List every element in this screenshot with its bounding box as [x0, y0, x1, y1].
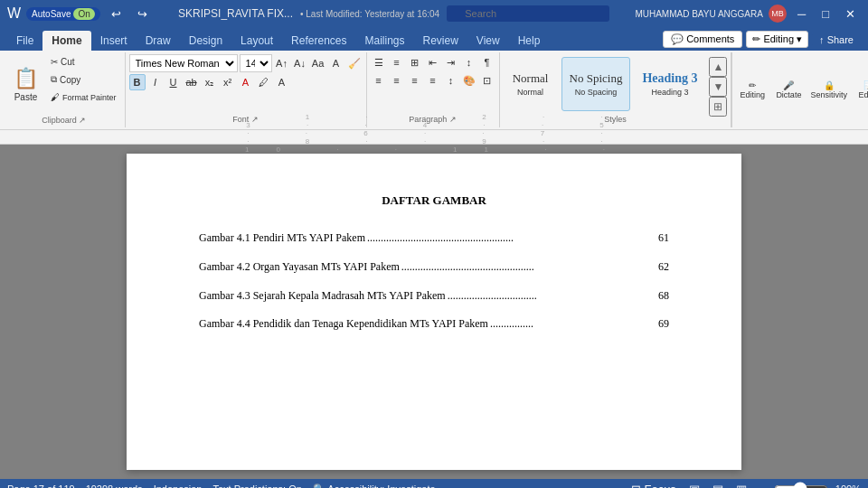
show-marks-button[interactable]: ¶ — [479, 54, 495, 70]
focus-button[interactable]: ⊡ Focus — [628, 482, 679, 489]
copy-label: Copy — [60, 75, 80, 85]
style-heading3[interactable]: Heading 3 Heading 3 — [634, 57, 705, 111]
format-painter-button[interactable]: 🖌 Format Painter — [46, 89, 121, 105]
zoom-slider[interactable] — [774, 482, 828, 488]
font-family-select[interactable]: Times New Roman — [129, 54, 238, 72]
shading-button[interactable]: 🎨 — [461, 72, 477, 89]
tab-references[interactable]: References — [282, 31, 355, 51]
paragraph-content: ☰ ≡ ⊞ ⇤ ⇥ ↕ ¶ ≡ ≡ ≡ ≡ ↕ 🎨 ⊡ — [371, 54, 495, 113]
minimize-button[interactable]: ─ — [792, 7, 811, 21]
para-row-1: ☰ ≡ ⊞ ⇤ ⇥ ↕ ¶ — [371, 54, 495, 70]
change-case-button[interactable]: Aa — [310, 55, 326, 71]
dictate-button[interactable]: 🎤 Dictate — [772, 63, 805, 117]
tab-view[interactable]: View — [467, 31, 509, 51]
clipboard-label: Clipboard ↗ — [42, 116, 86, 127]
sort-button[interactable]: ↕ — [461, 54, 477, 70]
text-predictions-status: Text Predictions: On — [212, 483, 301, 488]
group-clipboard: 📋 Paste ✂ Cut ⧉ Copy 🖌 Format Painter Cl… — [4, 52, 126, 127]
font-content: Times New Roman 14 A↑ A↓ Aa A 🧹 B I U ab… — [129, 54, 363, 113]
word-icon: W — [7, 5, 21, 22]
web-layout-button[interactable]: ▥ — [733, 482, 750, 489]
maximize-button[interactable]: □ — [816, 7, 835, 21]
share-button[interactable]: ↑ Share — [812, 33, 861, 47]
font-color-button[interactable]: A — [238, 74, 254, 90]
style-normal[interactable]: Normal Normal — [504, 57, 558, 111]
editor-button[interactable]: 📝 Editor — [853, 63, 868, 117]
styles-scroll-up[interactable]: ▲ — [709, 57, 727, 77]
toc-entry-2: Gambar 4.2 Organ Yayasan MTs YAPI Pakem … — [199, 258, 669, 277]
toc-dots-2: ........................................… — [401, 258, 656, 277]
toc-dots-3: ................................. — [448, 286, 656, 306]
italic-button[interactable]: I — [147, 74, 164, 90]
decrease-indent-button[interactable]: ⇤ — [425, 54, 441, 70]
font-color-eraser[interactable]: 🧹 — [346, 55, 363, 71]
paste-label: Paste — [14, 92, 38, 102]
cut-button[interactable]: ✂ Cut — [46, 54, 121, 70]
toc-dots-1: ........................................… — [367, 229, 656, 249]
redo-button[interactable]: ↪ — [132, 7, 153, 21]
bullets-button[interactable]: ☰ — [371, 54, 387, 70]
ruler: · 1 · · 2 · · 3 · · 4 · · 5 · · 6 · · 7 … — [0, 130, 868, 145]
font-size-select[interactable]: 14 — [240, 54, 272, 72]
sensitivity-button[interactable]: 🔒 Sensitivity — [808, 63, 849, 117]
tab-home[interactable]: Home — [42, 31, 90, 51]
tab-draw[interactable]: Draw — [137, 31, 180, 51]
align-center-button[interactable]: ≡ — [389, 72, 405, 89]
tab-insert[interactable]: Insert — [91, 31, 137, 51]
paste-button[interactable]: 📋 Paste — [7, 54, 44, 114]
toc-page-2: 62 — [658, 258, 669, 277]
status-left: Page 17 of 119 19298 words Indonesian Te… — [7, 483, 436, 489]
superscript-button[interactable]: x² — [220, 74, 236, 90]
line-spacing-button[interactable]: ↕ — [443, 72, 459, 89]
borders-button[interactable]: ⊡ — [479, 72, 495, 89]
word-count: 19298 words — [86, 483, 143, 488]
numbering-button[interactable]: ≡ — [389, 54, 405, 70]
editing-large-button[interactable]: ✏ Editing — [736, 63, 769, 117]
styles-scroll-down[interactable]: ▼ — [709, 77, 727, 97]
editing-button[interactable]: ✏ Editing ▾ — [746, 31, 808, 48]
autosave-label: AutoSave — [32, 9, 71, 19]
print-layout-button[interactable]: ▤ — [710, 482, 726, 489]
tab-help[interactable]: Help — [509, 31, 550, 51]
align-left-button[interactable]: ≡ — [371, 72, 387, 89]
tab-layout[interactable]: Layout — [231, 31, 282, 51]
align-right-button[interactable]: ≡ — [407, 72, 423, 89]
strikethrough-button[interactable]: ab — [184, 74, 200, 90]
read-mode-button[interactable]: ▣ — [686, 482, 703, 489]
tab-file[interactable]: File — [7, 31, 42, 51]
accessibility-status[interactable]: 🔍 Accessibility: Investigate — [313, 483, 436, 489]
increase-indent-button[interactable]: ⇥ — [443, 54, 459, 70]
document-filename: SKRIPSI_RAVITA FIX... — [178, 7, 293, 20]
styles-scroll: ▲ ▼ ⊞ — [709, 57, 727, 111]
clear-format-button[interactable]: A — [328, 55, 344, 71]
page-content: DAFTAR GAMBAR Gambar 4.1 Pendiri MTs YAP… — [199, 190, 669, 334]
close-button[interactable]: ✕ — [840, 7, 861, 21]
justify-button[interactable]: ≡ — [425, 72, 441, 89]
autosave-state[interactable]: On — [73, 8, 94, 20]
search-input[interactable] — [447, 5, 609, 22]
grow-font-button[interactable]: A↑ — [274, 55, 290, 71]
editor-icon: 📝 — [863, 80, 868, 90]
para-row-2: ≡ ≡ ≡ ≡ ↕ 🎨 ⊡ — [371, 72, 495, 89]
toc-entry-1: Gambar 4.1 Pendiri MTs YAPI Pakem ......… — [199, 229, 669, 249]
tab-mailings[interactable]: Mailings — [355, 31, 413, 51]
underline-button[interactable]: U — [165, 74, 182, 90]
shrink-font-button[interactable]: A↓ — [292, 55, 308, 71]
styles-expand[interactable]: ⊞ — [709, 97, 727, 117]
subscript-button[interactable]: x₂ — [202, 74, 218, 90]
style-no-spacing[interactable]: No Spicing No Spacing — [561, 57, 631, 111]
copy-button[interactable]: ⧉ Copy — [46, 71, 121, 88]
multilevel-button[interactable]: ⊞ — [407, 54, 423, 70]
highlight-button[interactable]: 🖊 — [256, 74, 272, 90]
normal-preview: Normal — [513, 71, 549, 86]
autosave-toggle[interactable]: AutoSave On — [26, 7, 100, 21]
bold-button[interactable]: B — [129, 74, 146, 90]
tab-review[interactable]: Review — [414, 31, 467, 51]
title-bar-center: SKRIPSI_RAVITA FIX... • Last Modified: Y… — [153, 5, 636, 22]
title-bar-left: W AutoSave On ↩ ↪ — [7, 5, 153, 22]
comments-button[interactable]: 💬 Comments — [663, 31, 742, 48]
undo-button[interactable]: ↩ — [106, 7, 127, 21]
paste-icon: 📋 — [14, 67, 38, 90]
text-effects-button[interactable]: A — [274, 74, 290, 90]
tab-design[interactable]: Design — [180, 31, 231, 51]
